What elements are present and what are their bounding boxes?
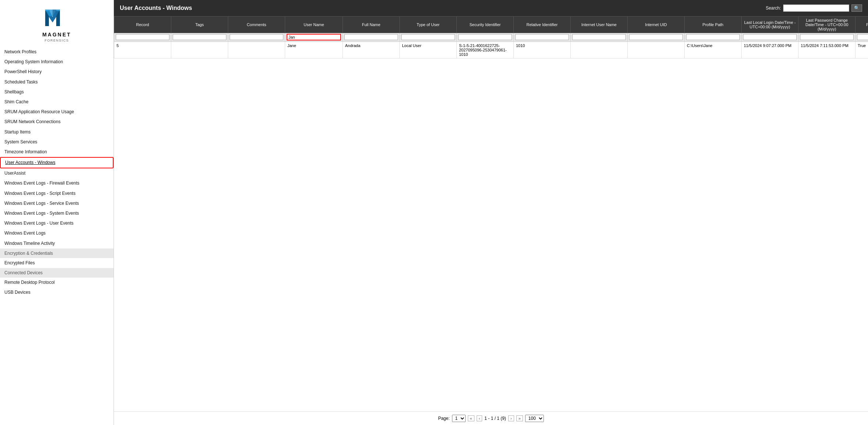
filter-input-0[interactable] [116,34,169,40]
sidebar-item-timezone-information[interactable]: Timezone Information [0,147,114,157]
per-page-select[interactable]: 102550100250 [525,415,544,422]
filter-input-6[interactable] [458,34,512,40]
filter-cell-2 [228,33,285,42]
table-cell-0-12: 11/5/2024 7:11:53.000 PM [799,42,856,58]
filter-cell-8 [571,33,628,42]
sidebar-item-powershell-history[interactable]: PowerShell History [0,67,114,77]
col-header-8: Internet User Name [571,17,628,33]
first-page-button[interactable]: « [468,415,474,421]
sidebar-item-windows-event-logs-service-events[interactable]: Windows Event Logs - Service Events [0,199,114,208]
table-row[interactable]: 5JaneAndradaLocal UserS-1-5-21-400162272… [114,42,868,58]
filter-cell-11 [742,33,799,42]
search-button[interactable]: 🔍 [851,4,862,12]
table-cell-0-11: 11/5/2024 9:07:27.000 PM [742,42,799,58]
filter-input-13[interactable] [857,34,868,40]
table-cell-0-1 [171,42,228,58]
col-header-6: Security Identifier [457,17,514,33]
filter-input-3[interactable] [287,34,341,40]
filter-input-2[interactable] [230,34,283,40]
page-range: 1 - 1 / 1 (9) [484,416,506,421]
table-cell-0-4: Andrada [343,42,400,58]
prev-page-button[interactable]: ‹ [477,415,483,421]
table-cell-0-0: 5 [114,42,171,58]
sidebar-item-shim-cache[interactable]: Shim Cache [0,97,114,107]
col-header-7: Relative Identifier [514,17,571,33]
sidebar-item-windows-event-logs-script-events[interactable]: Windows Event Logs - Script Events [0,189,114,199]
col-header-12: Last Password Change Date/Time - UTC+00:… [799,17,856,33]
col-header-13: Password Required [856,17,868,33]
sidebar-item-usb-devices[interactable]: USB Devices [0,288,114,297]
filter-row [114,33,868,42]
table-cell-0-10: C:\Users\Jane [685,42,742,58]
sidebar: MAGNET FORENSICS Network ProfilesOperati… [0,0,114,425]
filter-cell-5 [400,33,457,42]
magnet-logo-icon [42,6,72,30]
sidebar-item-shellbags[interactable]: Shellbags [0,87,114,97]
sidebar-item-userassist[interactable]: UserAssist [0,168,114,178]
sidebar-item-remote-desktop-protocol[interactable]: Remote Desktop Protocol [0,278,114,288]
search-input[interactable] [783,4,849,12]
sidebar-item-windows-event-logs-system-events[interactable]: Windows Event Logs - System Events [0,208,114,218]
sidebar-item-encrypted-files[interactable]: Encrypted Files [0,258,114,268]
header: User Accounts - Windows Search: 🔍 [114,0,868,16]
page-title: User Accounts - Windows [120,5,192,11]
sidebar-item-srum-network-connections[interactable]: SRUM Network Connections [0,117,114,127]
page-label: Page: [438,416,449,421]
svg-marker-6 [56,10,60,11]
table-cell-0-13: True [856,42,868,58]
filter-input-11[interactable] [743,34,797,40]
sidebar-item-windows-event-logs-user-events[interactable]: Windows Event Logs - User Events [0,218,114,228]
sidebar-list: Network ProfilesOperating System Informa… [0,46,114,425]
col-header-9: Internet UID [628,17,685,33]
table-cell-0-5: Local User [400,42,457,58]
filter-cell-1 [171,33,228,42]
filter-cell-3 [285,33,343,42]
sidebar-item-operating-system-information[interactable]: Operating System Information [0,57,114,67]
sidebar-item-startup-items[interactable]: Startup Items [0,127,114,137]
sidebar-item-system-services[interactable]: System Services [0,137,114,147]
filter-cell-0 [114,33,171,42]
filter-input-12[interactable] [800,34,854,40]
table-container[interactable]: RecordTagsCommentsUser NameFull NameType… [114,16,868,411]
filter-cell-4 [343,33,400,42]
svg-marker-5 [45,10,49,11]
filter-input-4[interactable] [344,34,398,40]
sidebar-item-windows-event-logs-firewall-events[interactable]: Windows Event Logs - Firewall Events [0,178,114,188]
sidebar-item-windows-event-logs[interactable]: Windows Event Logs [0,228,114,238]
filter-input-10[interactable] [686,34,740,40]
pagination: Page: 1 « ‹ 1 - 1 / 1 (9) › » 1025501002… [114,411,868,425]
table-cell-0-8 [571,42,628,58]
table-cell-0-9 [628,42,685,58]
filter-input-9[interactable] [629,34,683,40]
next-page-button[interactable]: › [508,415,514,421]
filter-cell-7 [514,33,571,42]
sidebar-item-srum-application-resource-usage[interactable]: SRUM Application Resource Usage [0,107,114,117]
sidebar-item-windows-timeline-activity[interactable]: Windows Timeline Activity [0,239,114,249]
col-header-3: User Name [285,17,343,33]
col-header-2: Comments [228,17,285,33]
col-header-4: Full Name [343,17,400,33]
filter-cell-10 [685,33,742,42]
filter-input-7[interactable] [515,34,569,40]
table-cell-0-2 [228,42,285,58]
sidebar-item-scheduled-tasks[interactable]: Scheduled Tasks [0,77,114,87]
filter-cell-12 [799,33,856,42]
filter-input-1[interactable] [173,34,226,40]
sidebar-item-network-profiles[interactable]: Network Profiles [0,47,114,57]
page-select[interactable]: 1 [452,415,466,422]
table-cell-0-3: Jane [285,42,343,58]
table-cell-0-6: S-1-5-21-4001622725-2027095096-253047906… [457,42,514,58]
filter-input-8[interactable] [572,34,626,40]
last-page-button[interactable]: » [516,415,523,421]
filter-input-5[interactable] [401,34,455,40]
filter-cell-6 [457,33,514,42]
brand-name: MAGNET [7,32,106,38]
col-header-5: Type of User [400,17,457,33]
filter-cell-9 [628,33,685,42]
search-area: Search: 🔍 [766,4,862,12]
logo-area: MAGNET FORENSICS [0,0,114,46]
col-header-11: Last Local Login Date/Time - UTC+00:00 (… [742,17,799,33]
filter-cell-13 [856,33,868,42]
col-header-1: Tags [171,17,228,33]
sidebar-item-user-accounts-windows[interactable]: User Accounts - Windows [0,157,114,168]
